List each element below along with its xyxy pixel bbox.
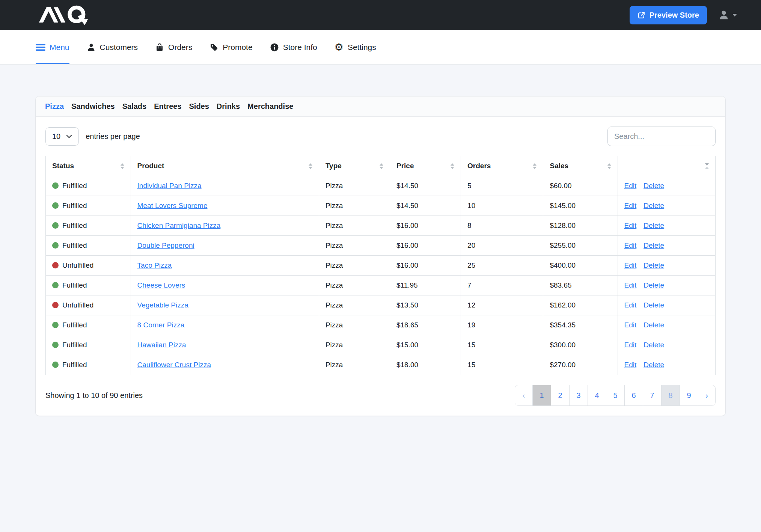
sort-icon: [451, 163, 454, 169]
edit-link[interactable]: Edit: [624, 222, 637, 229]
column-header-actions[interactable]: [618, 156, 716, 176]
product-link[interactable]: Double Pepperoni: [137, 241, 194, 249]
nav-item-store-info[interactable]: Store Info: [270, 30, 317, 64]
sales-cell: $400.00: [543, 256, 618, 276]
column-header-price[interactable]: Price: [390, 156, 461, 176]
search-input[interactable]: [607, 127, 716, 146]
column-header-sales[interactable]: Sales: [543, 156, 618, 176]
edit-link[interactable]: Edit: [624, 202, 637, 209]
delete-link[interactable]: Delete: [643, 281, 664, 289]
main-nav: Menu Customers Orders Promote Store Info: [0, 30, 761, 65]
pagination-page-6[interactable]: 6: [624, 385, 643, 405]
sort-icon: [607, 163, 611, 169]
product-link[interactable]: Vegetable Pizza: [137, 301, 188, 309]
nav-item-customers[interactable]: Customers: [87, 30, 138, 64]
tab-entrees[interactable]: Entrees: [154, 102, 181, 111]
product-cell: Hawaiian Pizza: [131, 335, 319, 355]
column-header-status[interactable]: Status: [46, 156, 131, 176]
status-label: Fulfilled: [62, 222, 87, 229]
delete-link[interactable]: Delete: [643, 321, 664, 329]
product-link[interactable]: 8 Corner Pizza: [137, 321, 185, 329]
pagination-page-7[interactable]: 7: [643, 385, 661, 405]
delete-link[interactable]: Delete: [643, 261, 664, 269]
product-cell: 8 Corner Pizza: [131, 315, 319, 335]
column-label: Status: [52, 162, 74, 170]
edit-link[interactable]: Edit: [624, 281, 637, 289]
status-label: Fulfilled: [62, 281, 87, 289]
table-header-row: Status Product Type Price Orders Sales: [46, 156, 716, 176]
table-row: Fulfilled Meat Lovers Supreme Pizza $14.…: [46, 196, 716, 216]
tab-merchandise[interactable]: Merchandise: [247, 102, 293, 111]
table-row: Fulfilled Chicken Parmigiana Pizza Pizza…: [46, 216, 716, 236]
column-header-orders[interactable]: Orders: [461, 156, 543, 176]
sort-icon: [380, 163, 383, 169]
sales-cell: $354.35: [543, 315, 618, 335]
delete-link[interactable]: Delete: [643, 341, 664, 349]
column-label: Price: [396, 162, 414, 170]
external-link-icon: [637, 11, 645, 19]
tab-salads[interactable]: Salads: [122, 102, 146, 111]
product-link[interactable]: Hawaiian Pizza: [137, 341, 186, 349]
pagination-prev[interactable]: ‹: [515, 385, 532, 405]
pagination-page-2[interactable]: 2: [551, 385, 569, 405]
user-avatar-icon: [718, 9, 729, 21]
tab-sandwiches[interactable]: Sandwiches: [71, 102, 115, 111]
orders-cell: 20: [461, 236, 543, 256]
orders-cell: 5: [461, 176, 543, 196]
pagination-next[interactable]: ›: [698, 385, 715, 405]
type-cell: Pizza: [319, 335, 390, 355]
product-link[interactable]: Taco Pizza: [137, 261, 172, 269]
product-link[interactable]: Meat Lovers Supreme: [137, 202, 208, 209]
edit-link[interactable]: Edit: [624, 301, 637, 309]
entries-per-page-select[interactable]: 10: [45, 127, 79, 146]
delete-link[interactable]: Delete: [643, 301, 664, 309]
price-cell: $11.95: [390, 276, 461, 295]
edit-link[interactable]: Edit: [624, 261, 637, 269]
edit-link[interactable]: Edit: [624, 182, 637, 190]
user-menu[interactable]: [718, 9, 737, 21]
nav-item-menu[interactable]: Menu: [36, 30, 69, 64]
delete-link[interactable]: Delete: [643, 202, 664, 209]
type-cell: Pizza: [319, 236, 390, 256]
tab-sides[interactable]: Sides: [189, 102, 209, 111]
price-cell: $13.50: [390, 295, 461, 315]
product-link[interactable]: Cheese Lovers: [137, 281, 185, 289]
edit-link[interactable]: Edit: [624, 361, 637, 369]
type-cell: Pizza: [319, 355, 390, 375]
orders-cell: 15: [461, 335, 543, 355]
nav-item-orders[interactable]: Orders: [155, 30, 192, 64]
column-header-type[interactable]: Type: [319, 156, 390, 176]
nav-item-promote[interactable]: Promote: [209, 30, 252, 64]
preview-store-button[interactable]: Preview Store: [630, 6, 707, 24]
pagination-page-9[interactable]: 9: [680, 385, 698, 405]
delete-link[interactable]: Delete: [643, 222, 664, 229]
nav-item-settings[interactable]: ⚙ Settings: [335, 30, 376, 64]
product-link[interactable]: Chicken Parmigiana Pizza: [137, 222, 221, 229]
actions-cell: EditDelete: [618, 335, 716, 355]
delete-link[interactable]: Delete: [643, 361, 664, 369]
status-cell: Fulfilled: [46, 315, 131, 335]
top-bar: Preview Store: [0, 0, 761, 30]
pagination-page-5[interactable]: 5: [606, 385, 624, 405]
edit-link[interactable]: Edit: [624, 241, 637, 249]
status-dot: [52, 342, 59, 348]
status-label: Fulfilled: [62, 241, 87, 249]
pagination-page-8[interactable]: 8: [661, 385, 680, 405]
product-link[interactable]: Individual Pan Pizza: [137, 182, 202, 190]
sales-cell: $255.00: [543, 236, 618, 256]
type-cell: Pizza: [319, 216, 390, 236]
delete-link[interactable]: Delete: [643, 241, 664, 249]
column-header-product[interactable]: Product: [131, 156, 319, 176]
product-cell: Double Pepperoni: [131, 236, 319, 256]
status-label: Fulfilled: [62, 321, 87, 329]
product-link[interactable]: Cauliflower Crust Pizza: [137, 361, 211, 369]
table-row: Fulfilled Double Pepperoni Pizza $16.00 …: [46, 236, 716, 256]
pagination-page-3[interactable]: 3: [569, 385, 588, 405]
pagination-page-1[interactable]: 1: [532, 385, 551, 405]
delete-link[interactable]: Delete: [643, 182, 664, 190]
edit-link[interactable]: Edit: [624, 341, 637, 349]
pagination-page-4[interactable]: 4: [588, 385, 606, 405]
tab-drinks[interactable]: Drinks: [217, 102, 240, 111]
tab-pizza[interactable]: Pizza: [45, 102, 64, 111]
edit-link[interactable]: Edit: [624, 321, 637, 329]
